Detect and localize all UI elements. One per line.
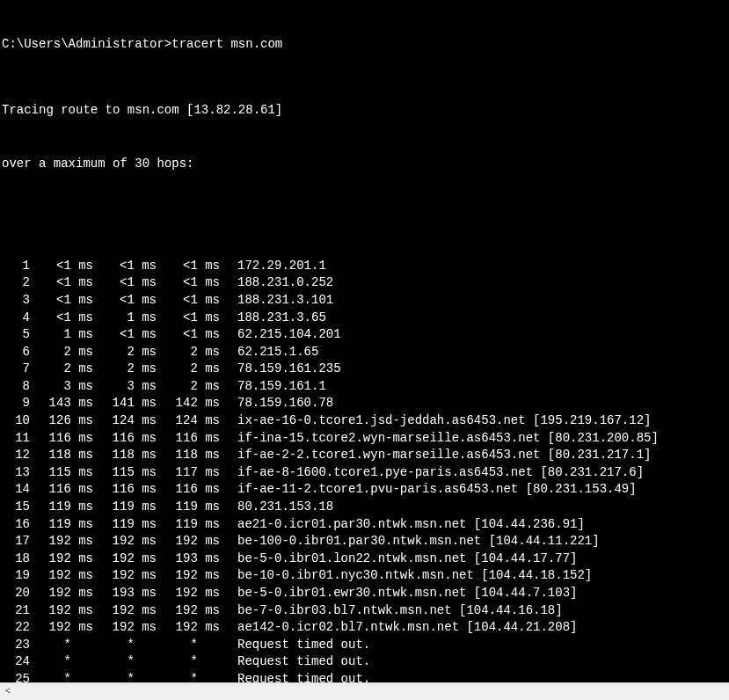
hop-time-3: *: [157, 671, 220, 682]
hop-time-2: 119 ms: [93, 499, 157, 516]
hop-row: 3 <1 ms <1 ms <1 ms188.231.3.101: [2, 292, 729, 310]
hop-time-1: 3 ms: [30, 378, 93, 396]
hop-number: 12: [2, 447, 30, 464]
hop-host: 80.231.153.18: [220, 499, 333, 516]
hop-time-2: 119 ms: [93, 516, 157, 534]
hop-host: 62.215.104.201: [220, 326, 341, 344]
hop-time-3: 124 ms: [157, 412, 220, 430]
hop-row: 18 192 ms 192 ms 193 msbe-5-0.ibr01.lon2…: [2, 551, 729, 568]
hop-row: 9 143 ms 141 ms 142 ms78.159.160.78: [2, 395, 729, 412]
hop-time-1: 2 ms: [30, 344, 93, 361]
hop-host: be-5-0.ibr01.ewr30.ntwk.msn.net [104.44.…: [220, 585, 577, 602]
hop-number: 16: [2, 516, 30, 534]
hop-number: 9: [2, 395, 30, 412]
hop-host: 78.159.161.235: [220, 361, 341, 378]
hop-time-1: 1 ms: [30, 326, 93, 344]
hop-host: 62.215.1.65: [220, 344, 318, 361]
hop-number: 8: [2, 378, 30, 396]
hop-time-2: *: [93, 671, 157, 682]
hop-time-2: 193 ms: [93, 585, 157, 602]
hop-number: 10: [2, 412, 30, 430]
hop-host: ae21-0.icr01.par30.ntwk.msn.net [104.44.…: [220, 516, 585, 534]
hop-row: 7 2 ms 2 ms 2 ms78.159.161.235: [2, 361, 729, 378]
terminal-output: C:\Users\Administrator>tracert msn.com T…: [0, 0, 729, 682]
hop-time-2: 2 ms: [93, 344, 157, 361]
hop-host: 172.29.201.1: [220, 258, 326, 275]
hop-time-2: <1 ms: [93, 274, 157, 292]
command-line: C:\Users\Administrator>tracert msn.com: [2, 36, 729, 54]
hop-time-3: 119 ms: [157, 516, 220, 534]
hop-time-2: 116 ms: [93, 430, 157, 448]
hop-row: 20 192 ms 193 ms 192 msbe-5-0.ibr01.ewr3…: [2, 585, 729, 602]
hop-time-1: 119 ms: [30, 499, 93, 516]
hop-number: 5: [2, 326, 30, 344]
hop-row: 13 115 ms 115 ms 117 msif-ae-8-1600.tcor…: [2, 464, 729, 482]
hop-host: if-ina-15.tcore2.wyn-marseille.as6453.ne…: [220, 430, 659, 448]
hop-row: 17 192 ms 192 ms 192 msbe-100-0.ibr01.pa…: [2, 533, 729, 551]
hop-time-1: 2 ms: [30, 361, 93, 378]
hop-row: 1 <1 ms <1 ms <1 ms172.29.201.1: [2, 258, 729, 275]
hop-time-1: *: [30, 671, 93, 682]
hop-number: 25: [2, 671, 30, 682]
hop-list: 1 <1 ms <1 ms <1 ms172.29.201.1 2 <1 ms …: [2, 258, 729, 682]
hop-time-3: <1 ms: [157, 274, 220, 292]
hop-row: 12 118 ms 118 ms 118 msif-ae-2-2.tcore1.…: [2, 447, 729, 464]
hop-time-2: 116 ms: [93, 481, 157, 499]
hop-time-3: *: [157, 653, 220, 671]
hop-number: 2: [2, 274, 30, 292]
hop-host: if-ae-2-2.tcore1.wyn-marseille.as6453.ne…: [220, 447, 651, 464]
command: tracert msn.com: [171, 37, 282, 51]
hop-time-1: 116 ms: [30, 481, 93, 499]
hop-row: 4 <1 ms 1 ms <1 ms188.231.3.65: [2, 310, 729, 327]
spacer: [2, 208, 729, 223]
hop-number: 3: [2, 292, 30, 310]
hop-time-2: 115 ms: [93, 464, 157, 482]
hop-host: if-ae-11-2.tcore1.pvu-paris.as6453.net […: [220, 481, 637, 499]
hop-number: 14: [2, 481, 30, 499]
hop-row: 10 126 ms 124 ms 124 msix-ae-16-0.tcore1…: [2, 412, 729, 430]
hop-number: 18: [2, 551, 30, 568]
hop-time-1: 119 ms: [30, 516, 93, 534]
hop-host: if-ae-8-1600.tcore1.pye-paris.as6453.net…: [220, 464, 644, 482]
hop-time-3: 192 ms: [157, 533, 220, 551]
hop-time-3: <1 ms: [157, 292, 220, 310]
hop-time-3: <1 ms: [157, 310, 220, 327]
hop-time-3: <1 ms: [157, 258, 220, 275]
hop-row: 16 119 ms 119 ms 119 msae21-0.icr01.par3…: [2, 516, 729, 534]
hop-time-2: 1 ms: [93, 310, 157, 327]
hop-time-1: <1 ms: [30, 258, 93, 275]
hop-time-3: 192 ms: [157, 619, 220, 637]
hop-time-2: 2 ms: [93, 361, 157, 378]
hop-host: be-10-0.ibr01.nyc30.ntwk.msn.net [104.44…: [220, 567, 592, 585]
hop-time-3: 118 ms: [157, 447, 220, 464]
hop-time-1: <1 ms: [30, 274, 93, 292]
hop-time-2: 141 ms: [93, 395, 157, 412]
hop-number: 19: [2, 567, 30, 585]
hop-row: 19 192 ms 192 ms 192 msbe-10-0.ibr01.nyc…: [2, 567, 729, 585]
hop-number: 15: [2, 499, 30, 516]
hop-row: 15 119 ms 119 ms 119 ms80.231.153.18: [2, 499, 729, 516]
hop-time-1: *: [30, 637, 93, 654]
hop-time-3: 2 ms: [157, 361, 220, 378]
hop-row: 8 3 ms 3 ms 2 ms78.159.161.1: [2, 378, 729, 396]
trace-header-1: Tracing route to msn.com [13.82.28.61]: [2, 102, 729, 120]
hop-number: 17: [2, 533, 30, 551]
hop-time-1: 118 ms: [30, 447, 93, 464]
hop-host: ae142-0.icr02.bl7.ntwk.msn.net [104.44.2…: [220, 619, 577, 637]
hop-time-2: <1 ms: [93, 326, 157, 344]
hop-host: Request timed out.: [220, 671, 370, 682]
hop-time-3: 193 ms: [157, 551, 220, 568]
hop-number: 11: [2, 430, 30, 448]
hop-time-2: 192 ms: [93, 567, 157, 585]
trace-header-2: over a maximum of 30 hops:: [2, 156, 729, 173]
prompt: C:\Users\Administrator>: [2, 37, 171, 51]
hop-number: 13: [2, 464, 30, 482]
hop-time-3: 116 ms: [157, 430, 220, 448]
hop-time-2: *: [93, 653, 157, 671]
hop-row: 2 <1 ms <1 ms <1 ms188.231.0.252: [2, 274, 729, 292]
hop-time-3: <1 ms: [157, 326, 220, 344]
hop-host: 188.231.0.252: [220, 274, 333, 292]
hop-number: 4: [2, 310, 30, 327]
hop-number: 24: [2, 653, 30, 671]
hop-number: 23: [2, 637, 30, 654]
